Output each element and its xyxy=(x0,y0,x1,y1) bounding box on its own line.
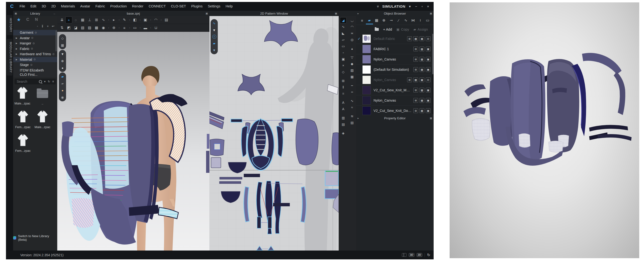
library-tree-item[interactable]: ▶ ITDW Elizabeth ⊙ xyxy=(13,68,57,73)
viewport-2d-canvas[interactable]: ∿▼i▰▼ xyxy=(210,16,339,250)
graphic-tab-icon[interactable]: ▦ xyxy=(374,17,380,24)
list-view-icon[interactable]: ≡ xyxy=(52,80,54,83)
arrangement-icon[interactable]: ▣ xyxy=(142,17,148,23)
basting-icon[interactable]: ┅ xyxy=(349,83,355,88)
split-view-icon[interactable] xyxy=(402,253,406,257)
smocking-icon[interactable]: ≋ xyxy=(349,113,355,119)
panel-icon[interactable]: ▣ xyxy=(14,12,17,15)
duplicate-icon[interactable]: ▣ xyxy=(426,67,430,72)
fold-arrangement-icon[interactable]: ◧ xyxy=(132,17,138,23)
assign-button[interactable]: ▰ Assign xyxy=(413,28,428,31)
menu-item[interactable]: Materials xyxy=(58,2,78,11)
duplicate-icon[interactable]: ▣ xyxy=(426,108,430,113)
fabric-row[interactable]: ✓ V2_Cut_Sew_Knit_DobbyMesh ⊞ xyxy=(356,106,432,116)
gizmo-icon[interactable]: ▸ xyxy=(111,17,117,23)
menu-item[interactable]: Avatar xyxy=(78,2,93,11)
detect-sewing-icon[interactable]: ◎ xyxy=(349,37,355,43)
add-colorway-icon[interactable]: ⊞ xyxy=(407,36,412,41)
library-tree-item[interactable]: ▶ Material ⊙ xyxy=(13,57,57,62)
avatar-skin-icon[interactable]: ● xyxy=(60,88,65,93)
show-pattern-icon[interactable]: ▦ xyxy=(420,67,424,72)
dart-icon[interactable]: × xyxy=(340,63,346,68)
copy-button[interactable]: ▣ Copy xyxy=(396,28,409,31)
flatten-all-icon[interactable]: ▩ xyxy=(93,25,100,31)
menu-item[interactable]: Plugins xyxy=(189,2,205,11)
grain-shirt-icon[interactable]: ▦ xyxy=(349,74,355,80)
library-item[interactable]: Male...zpac xyxy=(33,109,52,129)
menu-item[interactable]: Edit xyxy=(28,2,39,11)
avatar-pose-icon[interactable]: ⇅ xyxy=(59,25,65,31)
tack-icon[interactable]: ◈ xyxy=(340,130,346,136)
zigzag-icon[interactable]: ≈ xyxy=(349,104,355,110)
favorites-star-icon[interactable]: ★ xyxy=(17,17,20,22)
pin-box-icon[interactable]: ⊞ xyxy=(93,17,100,23)
library-tree-item[interactable]: ▶ Hanger ⊙ xyxy=(13,41,57,46)
menu-item[interactable]: File xyxy=(17,2,28,11)
show-garment-icon[interactable]: ▼ xyxy=(60,52,65,56)
tab-modular-library[interactable]: MODULAR LIBRARY xyxy=(7,39,12,76)
grading-list-icon[interactable]: ‖ xyxy=(340,84,346,90)
duplicate-icon[interactable]: ▣ xyxy=(426,47,430,51)
clo-logo-icon[interactable]: C xyxy=(26,17,29,22)
puckering-tab-icon[interactable]: ∿ xyxy=(402,17,409,24)
add-colorway-icon[interactable]: ⊞ xyxy=(413,57,418,62)
info-2d-icon[interactable]: i xyxy=(212,35,216,39)
trim-tab-icon[interactable]: ⋈ xyxy=(410,17,416,24)
delete-icon[interactable]: ⊟ xyxy=(426,77,430,82)
add-icon[interactable]: + xyxy=(47,24,49,28)
pleat-fold-icon[interactable]: ▤ xyxy=(340,121,346,127)
tab-history[interactable]: HISTORY xyxy=(7,15,12,35)
menu-item[interactable]: 3D xyxy=(39,2,49,11)
seam-line-icon[interactable]: ╍ xyxy=(349,89,355,95)
fabric-tab-icon[interactable]: ▰ xyxy=(366,17,372,24)
menu-item[interactable]: Help xyxy=(223,2,236,11)
zipper-tool-icon[interactable]: ≡ xyxy=(121,25,128,31)
fabric-row[interactable]: ✓ V2_Cut_Sew_Knit_Mesh_Tulle_ ⊞ xyxy=(356,85,432,95)
expand-arrow-icon[interactable]: ▶ xyxy=(16,53,18,55)
menu-item[interactable]: 2D xyxy=(49,2,58,11)
menu-item[interactable]: CLO-SET xyxy=(168,2,189,11)
add-colorway-icon[interactable]: ⊞ xyxy=(413,67,418,72)
sync-icon[interactable]: ↻ xyxy=(427,253,430,257)
show-pattern-icon[interactable]: ▦ xyxy=(420,98,424,103)
transform-pattern-icon[interactable]: ◢ xyxy=(340,18,346,23)
show-garment-2d-icon[interactable]: ▼ xyxy=(212,28,216,33)
expand-arrow-icon[interactable]: ▶ xyxy=(16,48,18,50)
library-item[interactable]: Male...zpac xyxy=(13,85,32,105)
measure-tape-icon[interactable]: ▤ xyxy=(163,17,170,23)
curve-edit-icon[interactable]: ◠ xyxy=(153,17,159,23)
duplicate-icon[interactable]: ▣ xyxy=(420,77,424,82)
search-icon[interactable] xyxy=(39,80,42,83)
fabric-row[interactable]: ✓ Nylon_Canvas ⊞ ▦ xyxy=(356,95,432,106)
sync-dot-icon[interactable]: ◦ xyxy=(37,24,38,28)
internal-polygon-icon[interactable]: ▫ xyxy=(340,50,346,55)
pin-curve-icon[interactable]: ∿ xyxy=(100,17,106,23)
fabric-view-icon[interactable]: ▰ xyxy=(60,74,65,79)
fabric-back-icon[interactable]: ▰ xyxy=(60,81,65,86)
menu-item[interactable]: Production xyxy=(108,2,129,11)
close-button[interactable]: × xyxy=(426,4,430,8)
menu-item[interactable]: CONNECT xyxy=(146,2,168,11)
download-icon[interactable]: ↧ xyxy=(41,24,44,28)
delete-icon[interactable]: ⊟ xyxy=(426,36,430,41)
duplicate-icon[interactable]: ▣ xyxy=(420,36,424,41)
button-tool-icon[interactable]: ⊕ xyxy=(111,25,117,31)
edit-curve-2d-icon[interactable]: ∿ xyxy=(212,21,216,26)
expand-arrow-icon[interactable]: ▶ xyxy=(16,37,18,39)
trace-icon[interactable]: ◇ xyxy=(340,69,346,75)
duplicate-icon[interactable]: ▣ xyxy=(426,57,430,62)
view-2d-button[interactable]: 2D xyxy=(417,253,422,257)
rectangle-icon[interactable]: ▭ xyxy=(340,43,346,49)
library-item[interactable]: Fem...zpac xyxy=(14,133,32,153)
show-pattern-icon[interactable]: ▦ xyxy=(420,108,424,113)
expand-arrow-icon[interactable]: ▶ xyxy=(16,42,18,45)
trim-fill-icon[interactable]: ▬ xyxy=(142,25,148,31)
fabric-row[interactable]: ✓ (Default for Simulation) ⊞ xyxy=(356,65,432,75)
select-mesh-icon[interactable]: ▦ xyxy=(80,17,86,23)
view-cube-icon[interactable]: ◇ xyxy=(60,36,65,41)
fabric-row[interactable]: ✓ Default Fabric ⊞ xyxy=(356,34,432,44)
library-tree-item[interactable]: ▶ Fabric ⊙ xyxy=(13,46,57,52)
menu-item[interactable]: Fabric xyxy=(93,2,108,11)
fabric-2d-icon[interactable]: ▰ xyxy=(212,41,216,46)
panel-icon[interactable]: ▣ xyxy=(206,12,208,15)
